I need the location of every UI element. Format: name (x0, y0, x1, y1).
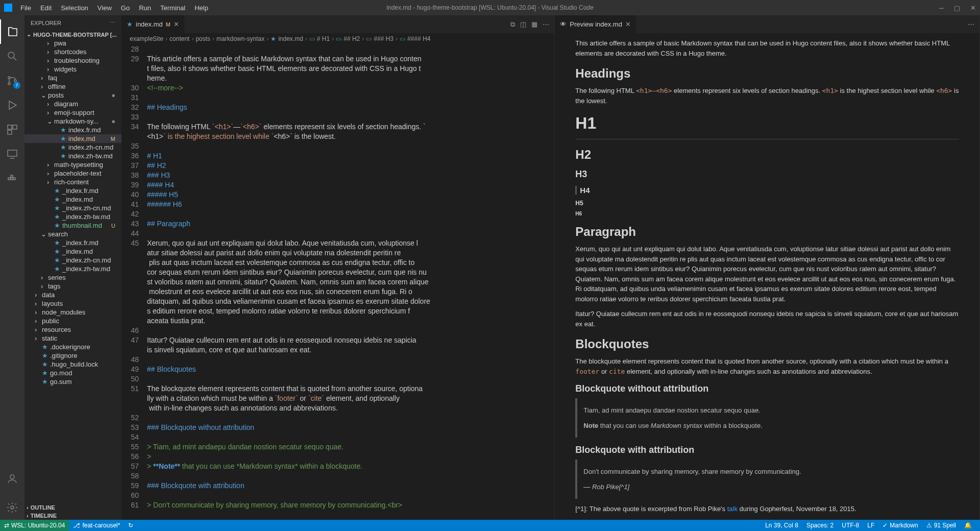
spell-check[interactable]: ⚠ 91 Spell (922, 522, 960, 529)
breadcrumb-item[interactable]: markdown-syntax (216, 35, 264, 42)
folder-item[interactable]: › data (24, 291, 121, 299)
tab-close-icon[interactable]: ✕ (174, 20, 179, 28)
encoding[interactable]: UTF-8 (838, 522, 863, 529)
folder-item[interactable]: › static (24, 334, 121, 343)
folder-item[interactable]: › tags (24, 282, 121, 291)
source-control-icon[interactable]: 7 (0, 68, 24, 93)
breadcrumb-item[interactable]: exampleSite (130, 35, 163, 42)
more-actions-icon[interactable]: ⋯ (543, 20, 549, 28)
folder-item[interactable]: › rich-content (24, 178, 121, 186)
file-item[interactable]: ★ index.zh-cn.md (24, 143, 121, 152)
folder-item[interactable]: › emoji-support (24, 108, 121, 117)
open-preview-icon[interactable]: ⧉ (510, 20, 515, 29)
maximize-icon[interactable]: ▢ (954, 4, 960, 12)
notifications-icon[interactable]: 🔔 (960, 522, 976, 529)
tab-close-icon[interactable]: ✕ (625, 20, 631, 28)
indentation[interactable]: Spaces: 2 (802, 522, 838, 529)
workspace-root[interactable]: HUGO-THEME-BOOTSTRAP [... (24, 30, 121, 39)
close-icon[interactable]: ✕ (970, 4, 976, 12)
breadcrumb-item[interactable]: #### H4 (407, 35, 430, 42)
folder-item[interactable]: ⌄ posts● (24, 91, 121, 100)
code-content[interactable]: This article offers a sample of basic Ma… (147, 44, 508, 520)
file-item[interactable]: ★ index.mdM (24, 134, 121, 143)
folder-item[interactable]: › faq (24, 74, 121, 82)
folder-item[interactable]: › resources (24, 325, 121, 334)
folder-item[interactable]: › offline (24, 82, 121, 91)
file-item[interactable]: ★ _index.zh-cn.md (24, 256, 121, 264)
file-item[interactable]: ★ .hugo_build.lock (24, 360, 121, 369)
menu-terminal[interactable]: Terminal (156, 2, 189, 14)
breadcrumb-item[interactable]: ### H3 (374, 35, 394, 42)
minimize-icon[interactable]: ─ (939, 4, 944, 12)
file-item[interactable]: ★ .gitignore (24, 351, 121, 360)
folder-item[interactable]: › troubleshooting (24, 56, 121, 65)
menu-go[interactable]: Go (117, 2, 134, 14)
file-item[interactable]: ★ go.sum (24, 377, 121, 386)
file-item[interactable]: ★ thumbnail.mdU (24, 221, 121, 230)
folder-item[interactable]: ⌄ search (24, 230, 121, 238)
folder-item[interactable]: › shortcodes (24, 47, 121, 56)
preview-link[interactable]: talk (727, 505, 738, 513)
git-branch[interactable]: ⎇ feat-carousel* (69, 522, 124, 529)
file-item[interactable]: ★ index.fr.md (24, 126, 121, 134)
folder-item[interactable]: ⌄ markdown-sy...● (24, 117, 121, 126)
file-item[interactable]: ★ go.mod (24, 369, 121, 377)
tab-preview[interactable]: 👁 Preview index.md ✕ (555, 15, 636, 33)
menu-selection[interactable]: Selection (57, 2, 92, 14)
settings-gear-icon[interactable] (0, 495, 24, 520)
tab-index-md[interactable]: ★ index.md M ✕ (121, 15, 185, 33)
outline-section[interactable]: OUTLINE (24, 503, 121, 512)
file-item[interactable]: ★ _index.fr.md (24, 238, 121, 247)
explorer-icon[interactable] (0, 19, 24, 44)
breadcrumb-item[interactable]: index.md (278, 35, 303, 42)
file-item[interactable]: ★ _index.md (24, 195, 121, 204)
file-item[interactable]: ★ _index.zh-tw.md (24, 264, 121, 273)
remote-explorer-icon[interactable] (0, 142, 24, 166)
search-icon[interactable] (0, 44, 24, 68)
sync-icon[interactable]: ↻ (124, 522, 137, 529)
breadcrumb-item[interactable]: ## H2 (344, 35, 360, 42)
breadcrumb-item[interactable]: posts (195, 35, 210, 42)
eol[interactable]: LF (863, 522, 878, 529)
menu-file[interactable]: File (16, 2, 35, 14)
file-item[interactable]: ★ _index.md (24, 247, 121, 256)
remote-indicator[interactable]: ⇄ WSL: Ubuntu-20.04 (0, 520, 69, 531)
folder-item[interactable]: › node_modules (24, 308, 121, 317)
language-mode[interactable]: ✓ Markdown (878, 522, 922, 529)
menu-help[interactable]: Help (190, 2, 212, 14)
more-icon[interactable]: ⋯ (110, 19, 115, 26)
menu-view[interactable]: View (93, 2, 116, 14)
file-item[interactable]: ★ .dockerignore (24, 343, 121, 351)
cursor-position[interactable]: Ln 39, Col 8 (761, 522, 802, 529)
folder-item[interactable]: › math-typesetting (24, 160, 121, 169)
file-item[interactable]: ★ _index.zh-cn.md (24, 204, 121, 212)
run-debug-icon[interactable] (0, 93, 24, 117)
folder-item[interactable]: › layouts (24, 299, 121, 308)
split-editor-icon[interactable]: ◫ (520, 20, 526, 28)
docker-icon[interactable] (0, 166, 24, 191)
accounts-icon[interactable] (0, 467, 24, 491)
folder-item[interactable]: › placeholder-text (24, 169, 121, 178)
breadcrumb-item[interactable]: # H1 (317, 35, 330, 42)
menu-run[interactable]: Run (135, 2, 155, 14)
file-item[interactable]: ★ index.zh-tw.md (24, 152, 121, 160)
file-item[interactable]: ★ _index.zh-tw.md (24, 212, 121, 221)
breadcrumb-item[interactable]: content (169, 35, 189, 42)
timeline-section[interactable]: TIMELINE (24, 512, 121, 520)
layout-icon[interactable]: ▦ (531, 20, 537, 28)
folder-item[interactable]: › widgets (24, 65, 121, 74)
minimap[interactable] (508, 44, 554, 520)
more-actions-icon[interactable]: ⋯ (968, 20, 974, 28)
code-editor[interactable]: 2829303132333435363738394041424344454647… (121, 44, 554, 520)
preview-blockquote: Tiam, ad mint andaepu dandae nostion sec… (575, 398, 959, 438)
folder-item[interactable]: › diagram (24, 100, 121, 108)
folder-item[interactable]: › pwa (24, 39, 121, 47)
file-item[interactable]: ★ _index.fr.md (24, 186, 121, 195)
file-tree[interactable]: › pwa› shortcodes› troubleshooting› widg… (24, 39, 121, 503)
markdown-preview[interactable]: This article offers a sample of basic Ma… (555, 33, 979, 520)
menu-edit[interactable]: Edit (36, 2, 56, 14)
breadcrumbs[interactable]: exampleSite› content› posts› markdown-sy… (121, 33, 554, 44)
extensions-icon[interactable] (0, 117, 24, 142)
folder-item[interactable]: › public (24, 317, 121, 325)
folder-item[interactable]: › series (24, 273, 121, 282)
